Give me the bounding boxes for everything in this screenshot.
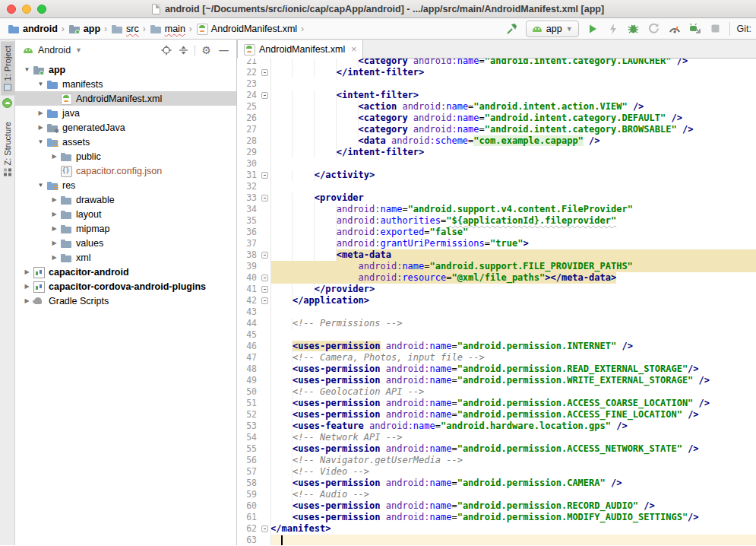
code-line-49[interactable]: 49 <uses-permission android:name="androi… [237,375,756,386]
tree-item-androidmanifest-xml[interactable]: AndroidManifest.xml [15,91,236,106]
tree-item-mipmap[interactable]: ▶mipmap [15,221,236,236]
minimize-window-button[interactable] [22,5,31,14]
code-line-27[interactable]: 27 <category android:name="android.inten… [237,124,756,135]
tree-expand-arrow-icon[interactable]: ▶ [49,196,60,203]
fold-toggle-icon[interactable] [258,192,270,204]
code-viewport[interactable]: 21 <category android:name="android.inten… [237,59,756,545]
zoom-window-button[interactable] [37,5,46,14]
tree-item-capacitor-config-json[interactable]: capacitor.config.json [15,163,236,178]
code-line-32[interactable]: 32 [237,181,756,192]
code-line-31[interactable]: 31 </activity> [237,170,756,181]
tree-item-values[interactable]: ▶values [15,236,236,250]
code-line-22[interactable]: 22 </intent-filter> [237,67,756,78]
code-line-40[interactable]: 40 android:resource="@xml/file_paths"></… [237,272,756,284]
code-line-63[interactable]: 63 [237,535,756,545]
tree-item-drawable[interactable]: ▶drawable [15,192,236,207]
code-editor[interactable]: 21 <category android:name="android.inten… [237,59,756,545]
tool-window-tab-project[interactable]: 1: Project [1,41,14,95]
code-line-29[interactable]: 29 </intent-filter> [237,147,756,158]
apply-changes-icon[interactable] [606,22,620,36]
code-line-55[interactable]: 55 <uses-permission android:name="androi… [237,443,756,455]
code-line-50[interactable]: 50 <!-- Geolocation API --> [237,386,756,398]
code-line-46[interactable]: 46 <uses-permission android:name="androi… [237,341,756,352]
code-line-47[interactable]: 47 <!-- Camera, Photos, input file --> [237,352,756,363]
code-line-39[interactable]: 39 android:name="android.support.FILE_PR… [237,261,756,272]
fold-toggle-icon[interactable] [258,295,270,306]
profiler-icon[interactable] [668,22,682,36]
tree-expand-arrow-icon[interactable]: ▶ [21,297,33,304]
code-line-62[interactable]: 62</manifest> [237,523,756,535]
tree-item-gradle-scripts[interactable]: ▶Gradle Scripts [15,294,236,308]
gear-icon[interactable]: ⚙ [200,44,213,57]
code-line-24[interactable]: 24 <intent-filter> [237,90,756,101]
tree-expand-arrow-icon[interactable]: ▶ [49,211,60,217]
code-line-52[interactable]: 52 <uses-permission android:name="androi… [237,409,756,421]
code-line-34[interactable]: 34 android:name="android.support.v4.cont… [237,204,756,215]
tree-expand-arrow-icon[interactable]: ▶ [49,153,60,160]
code-line-21[interactable]: 21 <category android:name="android.inten… [237,59,756,67]
tree-item-public[interactable]: ▶public [15,149,236,163]
code-line-51[interactable]: 51 <uses-permission android:name="androi… [237,398,756,409]
tree-item-capacitor-cordova-android-plugins[interactable]: ▶capacitor-cordova-android-plugins [15,279,236,294]
code-line-23[interactable]: 23 [237,78,756,90]
collapse-all-icon[interactable] [177,44,190,57]
code-line-58[interactable]: 58 <uses-permission android:name="androi… [237,478,756,489]
update-app-icon[interactable] [647,22,661,36]
tree-expand-arrow-icon[interactable]: ▶ [49,254,60,261]
code-line-57[interactable]: 57 <!-- Video --> [237,466,756,478]
tree-expand-arrow-icon[interactable]: ▼ [35,182,46,189]
breadcrumb-item-android[interactable]: android [6,23,59,35]
hide-icon[interactable]: — [217,44,230,57]
tree-expand-arrow-icon[interactable]: ▶ [21,283,33,290]
stop-icon[interactable] [709,22,723,36]
tree-item-generatedjava[interactable]: ▶✱generatedJava [15,120,236,135]
breadcrumb-item-main[interactable]: main [148,23,187,35]
tree-item-assets[interactable]: ▼assets [15,135,236,149]
code-line-56[interactable]: 56 <!-- Navigator.getUserMedia --> [237,455,756,466]
code-line-54[interactable]: 54 <!-- Network API --> [237,432,756,443]
fold-toggle-icon[interactable] [258,67,270,78]
tree-expand-arrow-icon[interactable]: ▼ [35,81,46,87]
attach-debugger-icon[interactable] [688,22,702,36]
code-line-48[interactable]: 48 <uses-permission android:name="androi… [237,363,756,375]
code-line-61[interactable]: 61 <uses-permission android:name="androi… [237,512,756,523]
tree-item-app[interactable]: ▼app [15,62,236,77]
fold-toggle-icon[interactable] [258,272,270,284]
code-line-33[interactable]: 33 <provider [237,192,756,204]
tool-window-tab-structure[interactable]: Z: Structure [1,117,14,180]
tree-item-capacitor-android[interactable]: ▶capacitor-android [15,265,236,279]
code-line-45[interactable]: 45 [237,329,756,341]
breadcrumb-item-src[interactable]: src [109,23,141,35]
code-line-38[interactable]: 38 <meta-data [237,249,756,261]
code-line-30[interactable]: 30 [237,158,756,170]
fold-toggle-icon[interactable] [258,90,270,101]
close-tab-icon[interactable]: × [351,44,356,55]
code-line-60[interactable]: 60 <uses-permission android:name="androi… [237,500,756,512]
fold-toggle-icon[interactable] [258,523,270,535]
tree-item-res[interactable]: ▼res [15,178,236,192]
tree-expand-arrow-icon[interactable]: ▼ [35,138,46,145]
tree-expand-arrow-icon[interactable]: ▶ [35,124,46,131]
breadcrumb-item-androidmanifest-xml[interactable]: AndroidManifest.xml [195,23,299,35]
code-line-25[interactable]: 25 <action android:name="android.intent.… [237,101,756,113]
tree-expand-arrow-icon[interactable]: ▶ [35,110,46,116]
code-line-42[interactable]: 42 </application> [237,295,756,306]
fold-toggle-icon[interactable] [258,284,270,295]
tree-item-manifests[interactable]: ▼manifests [15,77,236,91]
editor-tab-androidmanifest[interactable]: AndroidManifest.xml × [237,40,363,59]
code-line-37[interactable]: 37 android:grantUriPermissions="true"> [237,238,756,249]
project-view-selector[interactable]: Android [38,45,71,56]
build-hammer-icon[interactable] [505,22,519,36]
code-line-53[interactable]: 53 <uses-feature android:name="android.h… [237,421,756,432]
locate-icon[interactable] [160,44,172,57]
code-line-43[interactable]: 43 [237,306,756,318]
close-window-button[interactable] [7,5,16,14]
tree-expand-arrow-icon[interactable]: ▶ [49,225,60,232]
run-icon[interactable] [586,22,599,36]
tree-item-layout[interactable]: ▶layout [15,207,236,221]
tree-expand-arrow-icon[interactable]: ▶ [21,268,33,275]
fold-toggle-icon[interactable] [258,170,270,181]
code-line-28[interactable]: 28 <data android:scheme="com.example.cap… [237,135,756,147]
breadcrumb-item-app[interactable]: app [67,23,102,35]
git-branch-label[interactable]: Git: [737,24,751,34]
